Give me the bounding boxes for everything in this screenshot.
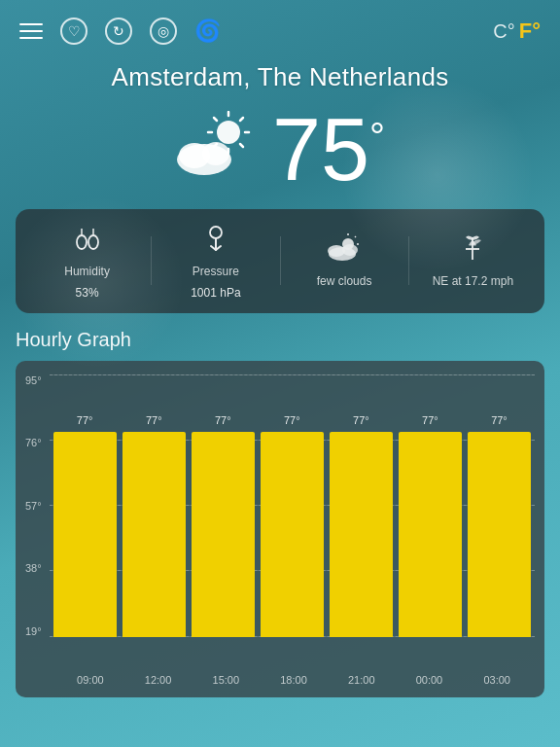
location-title: Amsterdam, The Netherlands — [0, 54, 560, 96]
bar: 77° — [122, 432, 186, 637]
chart-area: 95° 76° 57° 38° 19° 77°77°77°77°77°77°77… — [25, 374, 535, 666]
bar-col: 77° — [261, 374, 324, 637]
stat-clouds: few clouds — [281, 232, 408, 290]
header: ♡ ↻ ◎ 🌀 C° F° — [0, 0, 560, 54]
bar: 77° — [53, 432, 117, 637]
y-label-1: 76° — [25, 437, 42, 448]
x-axis-label: 15:00 — [192, 674, 260, 686]
bar: 77° — [468, 432, 531, 637]
svg-point-24 — [342, 244, 358, 256]
svg-line-6 — [240, 144, 243, 147]
clouds-icon — [327, 232, 362, 268]
storm-icon[interactable]: 🌀 — [194, 18, 221, 44]
fahrenheit-unit[interactable]: F° — [519, 18, 541, 44]
temperature-value: 75° — [272, 106, 385, 194]
bar-col: 77° — [399, 374, 462, 637]
y-label-0: 95° — [25, 374, 42, 386]
bar-value-label: 77° — [192, 414, 255, 426]
bar-value-label: 77° — [53, 414, 117, 426]
bar-col: 77° — [53, 374, 117, 637]
humidity-label: Humidity — [64, 265, 110, 280]
celsius-unit[interactable]: C° — [493, 20, 514, 43]
humidity-value: 53% — [76, 286, 99, 300]
bar-value-label: 77° — [468, 414, 531, 426]
stat-wind: NE at 17.2 mph — [409, 232, 537, 290]
x-axis-label: 18:00 — [260, 674, 328, 686]
y-axis: 95° 76° 57° 38° 19° — [25, 374, 50, 637]
hourly-title: Hourly Graph — [16, 329, 544, 351]
svg-line-20 — [355, 236, 356, 237]
weather-icon — [175, 111, 262, 189]
x-axis-label: 12:00 — [124, 674, 192, 686]
temp-units: C° F° — [493, 18, 541, 44]
x-axis-label: 03:00 — [463, 674, 531, 686]
hourly-section: Hourly Graph 95° 76° 57° 38° 19° — [0, 313, 560, 697]
svg-point-14 — [210, 227, 222, 238]
svg-point-11 — [202, 142, 229, 165]
wind-icon — [456, 232, 489, 268]
bar: 77° — [192, 432, 255, 637]
y-label-4: 19° — [25, 625, 42, 637]
y-label-2: 57° — [25, 500, 42, 512]
bar-value-label: 77° — [399, 414, 462, 426]
x-axis-label: 00:00 — [396, 674, 464, 686]
x-axis-label: 09:00 — [56, 674, 124, 686]
heart-icon[interactable]: ♡ — [60, 18, 88, 45]
stats-box: Humidity 53% Pressure 1001 hPa — [16, 209, 544, 313]
stat-humidity: Humidity 53% — [23, 223, 151, 300]
bar-col: 77° — [122, 374, 186, 637]
bar-value-label: 77° — [261, 414, 324, 426]
svg-point-12 — [77, 235, 87, 249]
stat-pressure: Pressure 1001 hPa — [152, 223, 279, 300]
pressure-value: 1001 hPa — [191, 286, 240, 300]
pressure-label: Pressure — [192, 265, 239, 280]
svg-line-7 — [240, 118, 243, 121]
nav-icons: ♡ ↻ ◎ 🌀 — [19, 18, 221, 45]
x-axis-label: 21:00 — [328, 674, 396, 686]
svg-line-5 — [214, 118, 217, 121]
pressure-icon — [201, 223, 230, 259]
hearing-icon[interactable]: ◎ — [150, 18, 177, 45]
clouds-label: few clouds — [317, 274, 372, 290]
weather-display: 75° — [0, 96, 560, 209]
bar-col: 77° — [192, 374, 255, 637]
bar-col: 77° — [330, 374, 393, 637]
bars-wrapper: 77°77°77°77°77°77°77° — [50, 374, 535, 637]
menu-button[interactable] — [19, 23, 43, 39]
wind-label: NE at 17.2 mph — [433, 274, 513, 290]
chart-container: 95° 76° 57° 38° 19° 77°77°77°77°77°77°77… — [16, 361, 544, 697]
bar: 77° — [330, 432, 393, 637]
y-label-3: 38° — [25, 562, 42, 574]
bar-value-label: 77° — [330, 414, 393, 426]
x-axis: 09:0012:0015:0018:0021:0000:0003:00 — [52, 666, 535, 688]
bars-area: 77°77°77°77°77°77°77° — [50, 374, 535, 637]
svg-point-13 — [88, 235, 98, 249]
bar: 77° — [399, 432, 462, 637]
humidity-icon — [73, 223, 102, 259]
sync-icon[interactable]: ↻ — [105, 18, 132, 45]
bar: 77° — [261, 432, 324, 637]
bar-col: 77° — [468, 374, 531, 637]
bar-value-label: 77° — [122, 414, 186, 426]
svg-point-0 — [217, 121, 240, 144]
